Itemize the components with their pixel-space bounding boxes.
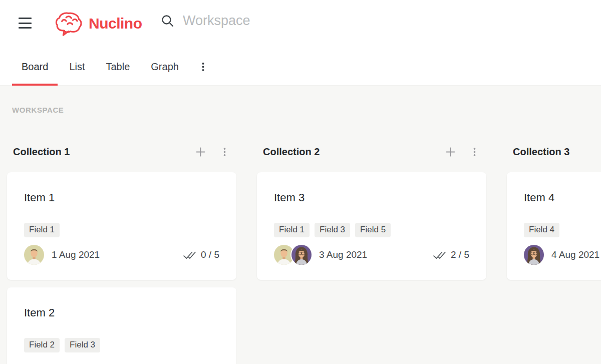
field-tag: Field 5 <box>355 223 391 237</box>
tag-list: Field 1Field 3Field 5 <box>274 223 469 237</box>
tag-list: Field 2Field 3 <box>24 338 219 352</box>
topbar: Nuclino <box>0 0 601 49</box>
task-progress: 2 / 5 <box>433 249 469 260</box>
tag-list: Field 1 <box>24 223 219 237</box>
field-tag: Field 3 <box>315 223 350 237</box>
vertical-dots-icon <box>223 147 226 157</box>
tab-table[interactable]: Table <box>106 49 130 85</box>
add-item-button[interactable] <box>194 146 206 158</box>
avatar <box>24 245 44 265</box>
tag-list: Field 4 <box>524 223 601 237</box>
avatar <box>524 245 544 265</box>
card-meta: 4 Aug 2021 <box>524 245 601 265</box>
task-progress: 0 / 5 <box>183 249 219 260</box>
field-tag: Field 1 <box>274 223 310 237</box>
card-meta-left: 3 Aug 2021 <box>274 245 367 265</box>
column-header: Collection 2 <box>257 146 486 158</box>
add-item-button[interactable] <box>444 146 456 158</box>
board-column: Collection 2Item 3Field 1Field 3Field 53… <box>257 146 486 364</box>
double-check-icon <box>433 251 446 259</box>
card-meta: 1 Aug 20210 / 5 <box>24 245 219 265</box>
search-icon <box>161 15 174 27</box>
item-card[interactable]: Item 3Field 1Field 3Field 53 Aug 20212 /… <box>257 172 486 280</box>
field-tag: Field 2 <box>24 338 60 352</box>
logo-text: Nuclino <box>89 15 142 32</box>
column-header: Collection 1 <box>7 146 236 158</box>
collection-title[interactable]: Collection 2 <box>263 146 444 158</box>
workspace-section-label: WORKSPACE <box>12 106 601 114</box>
due-date: 3 Aug 2021 <box>319 249 367 260</box>
search-input[interactable] <box>183 13 348 29</box>
board-column: Collection 1Item 1Field 11 Aug 20210 / 5… <box>7 146 236 364</box>
assignee-avatars <box>524 245 544 265</box>
item-card[interactable]: Item 2Field 2Field 3 <box>7 287 236 364</box>
assignee-avatars <box>24 245 44 265</box>
vertical-dots-icon <box>473 147 476 157</box>
column-menu-button[interactable] <box>218 146 230 158</box>
item-title: Item 2 <box>24 306 219 319</box>
double-check-icon <box>183 251 196 259</box>
column-header: Collection 3 <box>507 146 601 158</box>
field-tag: Field 3 <box>65 338 100 352</box>
nuclino-logo[interactable]: Nuclino <box>54 11 142 36</box>
avatar <box>291 245 312 265</box>
item-title: Item 1 <box>24 191 219 204</box>
board-area: WORKSPACE Collection 1Item 1Field 11 Aug… <box>0 86 601 364</box>
tab-board[interactable]: Board <box>22 49 48 85</box>
view-tabs: Board List Table Graph <box>0 49 601 86</box>
collection-title[interactable]: Collection 3 <box>513 146 601 158</box>
board-column: Collection 3Item 4Field 44 Aug 2021 <box>507 146 601 364</box>
field-tag: Field 1 <box>24 223 60 237</box>
workspace-search <box>161 13 348 29</box>
brain-logo-icon <box>54 11 83 36</box>
vertical-dots-icon <box>202 62 204 72</box>
item-card[interactable]: Item 1Field 11 Aug 20210 / 5 <box>7 172 236 280</box>
item-card[interactable]: Item 4Field 44 Aug 2021 <box>507 172 601 280</box>
item-title: Item 3 <box>274 191 469 204</box>
avatar <box>274 245 294 265</box>
field-tag: Field 4 <box>524 223 559 237</box>
task-count: 2 / 5 <box>451 249 469 260</box>
menu-icon[interactable] <box>19 18 32 29</box>
due-date: 1 Aug 2021 <box>52 249 100 260</box>
tab-list[interactable]: List <box>69 49 85 85</box>
due-date: 4 Aug 2021 <box>551 249 599 260</box>
app-window: Nuclino Board List Table Graph WORKSPACE… <box>0 0 601 364</box>
plus-icon <box>446 147 455 157</box>
plus-icon <box>196 147 205 157</box>
tabs-overflow-button[interactable] <box>200 60 206 74</box>
task-count: 0 / 5 <box>201 249 219 260</box>
item-title: Item 4 <box>524 191 601 204</box>
column-menu-button[interactable] <box>468 146 480 158</box>
tab-graph[interactable]: Graph <box>151 49 179 85</box>
card-meta-left: 4 Aug 2021 <box>524 245 599 265</box>
collection-title[interactable]: Collection 1 <box>13 146 194 158</box>
board: Collection 1Item 1Field 11 Aug 20210 / 5… <box>7 146 601 364</box>
assignee-avatars <box>274 245 312 265</box>
card-meta: 3 Aug 20212 / 5 <box>274 245 469 265</box>
card-meta-left: 1 Aug 2021 <box>24 245 100 265</box>
